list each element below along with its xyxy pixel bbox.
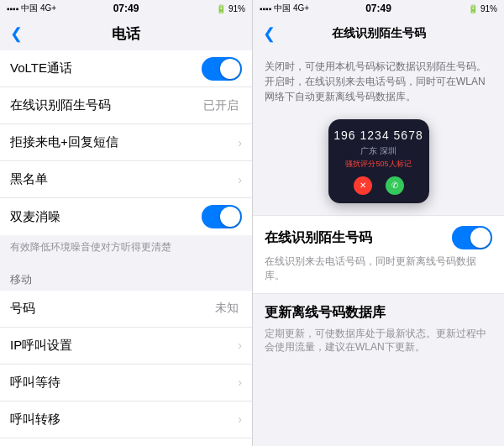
right-battery: 🔋 91% [468,4,497,13]
online-id-section: 在线识别陌生号码 在线识别来去电话号码，同时更新离线号码数据库。 [253,215,504,294]
call-forward-chevron: › [238,412,242,426]
left-time: 07:49 [113,3,139,14]
left-status-bar: ▪▪▪▪ 中国 4G+ 07:49 🔋 91% [0,0,252,17]
noise-cancel-label: 双麦消噪 [10,209,202,225]
phone-number-item: 号码 未知 [0,291,252,328]
call-wait-item[interactable]: 呼叫等待 › [0,365,252,401]
ip-call-label: IP呼叫设置 [10,338,238,354]
noise-cancel-knob [220,207,240,227]
right-back-button[interactable]: ❮ [263,24,276,43]
noise-cancel-item: 双麦消噪 [0,198,252,235]
noise-cancel-toggle[interactable] [202,205,242,228]
online-id-value: 已开启 [203,98,239,113]
reject-label: 拒接来电+回复短信 [10,134,238,150]
mockup-phone-number: 196 1234 5678 [333,129,423,142]
offline-db-desc: 定期更新，可使数据库处于最新状态。更新过程中会使用流量，建议在WLAN下更新。 [265,327,492,355]
right-status-bar: ▪▪▪▪ 中国 4G+ 07:49 🔋 91% [253,0,504,17]
right-panel: ▪▪▪▪ 中国 4G+ 07:49 🔋 91% ❮ 在线识别陌生号码 关闭时，可… [253,0,504,446]
noise-note: 有效降低环境噪音使对方听得更清楚 [0,235,252,261]
mockup-buttons: ✕ ✆ [354,176,404,195]
left-settings-list: VoLTE通话 在线识别陌生号码 已开启 拒接来电+回复短信 › 黑名单 › 双… [0,50,252,446]
group-1: VoLTE通话 在线识别陌生号码 已开启 拒接来电+回复短信 › 黑名单 › 双… [0,50,252,235]
online-id-section-desc: 在线识别来去电话号码，同时更新离线号码数据库。 [265,254,492,283]
left-signal: ▪▪▪▪ 中国 4G+ [7,3,56,14]
mobile-section-title: 移动 [10,272,32,287]
battery-icon: 🔋 [216,4,226,13]
mockup-spam: 骚扰评分505人标记 [345,159,411,170]
reject-item[interactable]: 拒接来电+回复短信 › [0,124,252,161]
phone-mockup: 196 1234 5678 广东 深圳 骚扰评分505人标记 ✕ ✆ [328,119,429,203]
left-nav-title: 电话 [112,24,140,44]
online-id-section-toggle[interactable] [452,226,492,249]
ip-call-item[interactable]: IP呼叫设置 › [0,328,252,365]
signal-icon: ▪▪▪▪ [7,4,18,13]
mobile-section-divider: 移动 [0,261,252,291]
accept-call-button: ✆ [386,176,404,195]
online-id-label: 在线识别陌生号码 [10,97,203,113]
phone-mockup-wrapper: 196 1234 5678 广东 深圳 骚扰评分505人标记 ✕ ✆ [253,113,504,210]
right-signal: ▪▪▪▪ 中国 4G+ [260,3,309,14]
reject-icon: ✕ [360,181,366,190]
left-battery: 🔋 91% [216,4,245,13]
right-signal-icon: ▪▪▪▪ [260,4,271,13]
right-battery-icon: 🔋 [468,4,478,13]
offline-db-section: 更新离线号码数据库 定期更新，可使数据库处于最新状态。更新过程中会使用流量，建议… [253,294,504,359]
left-nav-bar: ❮ 电话 [0,17,252,50]
reject-chevron: › [238,136,242,150]
volte-item: VoLTE通话 [0,50,252,87]
blacklist-item[interactable]: 黑名单 › [0,161,252,198]
phone-number-label: 号码 [10,301,215,317]
online-id-item[interactable]: 在线识别陌生号码 已开启 [0,87,252,124]
volte-toggle[interactable] [202,57,242,81]
blacklist-chevron: › [238,173,242,186]
right-nav-bar: ❮ 在线识别陌生号码 [253,17,504,50]
call-restrict-item[interactable]: 呼叫限制 › [0,438,252,446]
phone-number-value: 未知 [215,301,239,316]
mockup-location: 广东 深圳 [360,145,396,157]
blacklist-label: 黑名单 [10,171,238,187]
right-nav-title: 在线识别陌生号码 [332,26,426,41]
online-id-section-title: 在线识别陌生号码 [265,229,372,247]
reject-call-button: ✕ [354,176,372,195]
accept-icon: ✆ [391,181,398,190]
left-panel: ▪▪▪▪ 中国 4G+ 07:49 🔋 91% ❮ 电话 VoLTE通话 在 [0,0,253,446]
online-id-header: 在线识别陌生号码 [265,226,492,249]
call-wait-label: 呼叫等待 [10,375,238,391]
call-forward-item[interactable]: 呼叫转移 › [0,401,252,438]
call-wait-chevron: › [238,375,242,389]
volte-knob [220,59,240,79]
offline-db-title: 更新离线号码数据库 [265,304,492,322]
ip-call-chevron: › [238,338,242,352]
right-time: 07:49 [365,3,391,14]
volte-label: VoLTE通话 [10,60,202,76]
left-back-button[interactable]: ❮ [10,24,23,43]
right-description: 关闭时，可使用本机号码标记数据识别陌生号码。开启时，在线识别来去电话号码，同时可… [253,50,504,113]
call-forward-label: 呼叫转移 [10,412,238,428]
group-2: 号码 未知 IP呼叫设置 › 呼叫等待 › 呼叫转移 › 呼叫限制 › [0,291,252,446]
online-id-section-knob [470,228,491,248]
